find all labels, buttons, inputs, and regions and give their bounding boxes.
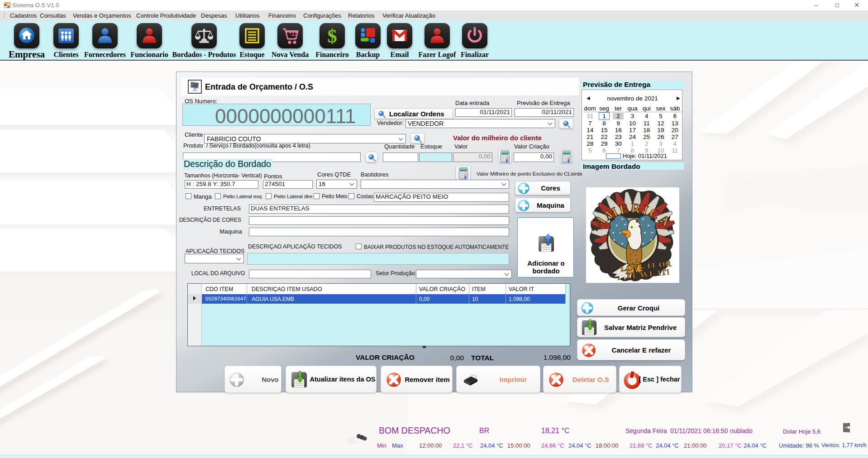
- svg-text:$: $: [328, 26, 337, 47]
